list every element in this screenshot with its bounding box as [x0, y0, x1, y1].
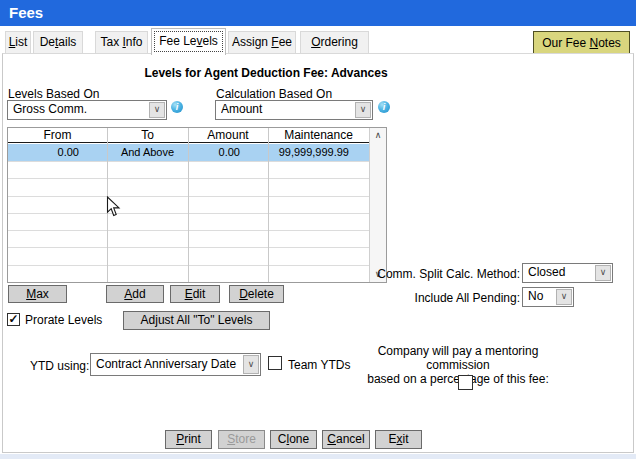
- page-title: Levels for Agent Deduction Fee: Advances: [2, 66, 530, 80]
- comm-split-method-select[interactable]: Closed ∨: [522, 263, 613, 283]
- ytd-using-select[interactable]: Contract Anniversary Date ∨: [90, 353, 261, 376]
- include-all-pending-label: Include All Pending:: [370, 291, 520, 305]
- mentoring-line1: Company will pay a mentoring commission: [350, 344, 566, 372]
- column-divider: [268, 128, 269, 282]
- ytd-using-label: YTD using:: [30, 359, 89, 373]
- chevron-down-icon[interactable]: ∨: [149, 102, 165, 118]
- comm-split-method-value: Closed: [528, 264, 593, 282]
- exit-button[interactable]: Exit: [375, 430, 422, 449]
- prorate-levels-checkbox[interactable]: ✓: [7, 313, 20, 326]
- team-ytds-checkbox[interactable]: [268, 356, 282, 370]
- levels-based-on-value: Gross Comm.: [13, 101, 147, 119]
- mouse-cursor-icon: [106, 196, 121, 218]
- clone-button[interactable]: Clone: [270, 430, 317, 449]
- chevron-down-icon[interactable]: ∨: [556, 289, 572, 305]
- add-button[interactable]: Add: [106, 285, 164, 303]
- info-icon[interactable]: i: [378, 101, 390, 113]
- column-header-to: To: [107, 128, 188, 142]
- cell-from: 0.00: [8, 144, 107, 161]
- info-icon[interactable]: i: [171, 101, 183, 113]
- chevron-down-icon[interactable]: ∨: [243, 355, 259, 374]
- team-ytds-label: Team YTDs: [288, 358, 350, 372]
- chevron-down-icon[interactable]: ∨: [355, 102, 371, 118]
- column-header-maintenance: Maintenance: [268, 128, 369, 142]
- prorate-levels-label: Prorate Levels: [25, 313, 102, 327]
- cell-to: And Above: [107, 144, 188, 161]
- mentoring-commission-checkbox[interactable]: [458, 375, 473, 390]
- chevron-down-icon[interactable]: ∨: [595, 265, 611, 281]
- fees-window: Fees List Details Tax Info Fee Levels As…: [0, 0, 636, 459]
- cell-amount: 0.00: [188, 144, 268, 161]
- tab-ordering[interactable]: Ordering: [300, 31, 369, 53]
- tab-fee-levels-label: Fee Levels: [159, 34, 218, 48]
- adjust-all-to-levels-button[interactable]: Adjust All "To" Levels: [123, 311, 270, 330]
- column-header-from: From: [8, 128, 107, 142]
- calc-based-on-select[interactable]: Amount ∨: [215, 100, 373, 120]
- tab-assign-fee[interactable]: Assign Fee: [228, 31, 296, 53]
- vertical-scrollbar[interactable]: ∧ ∨: [369, 128, 386, 282]
- fee-levels-table[interactable]: From To Amount Maintenance 0.00 And Abov…: [7, 127, 387, 283]
- comm-split-method-label: Comm. Split Calc. Method:: [370, 267, 520, 281]
- store-button[interactable]: Store: [218, 430, 265, 449]
- checkmark-icon: ✓: [8, 314, 19, 325]
- levels-based-on-select[interactable]: Gross Comm. ∨: [7, 100, 167, 120]
- window-title: Fees: [0, 0, 636, 26]
- cell-maintenance: 99,999,999.99: [268, 144, 369, 161]
- calc-based-on-value: Amount: [221, 101, 353, 119]
- include-all-pending-value: No: [528, 288, 554, 306]
- delete-button[interactable]: Delete: [229, 285, 284, 303]
- edit-button[interactable]: Edit: [170, 285, 220, 303]
- our-fee-notes-button[interactable]: Our Fee Notes: [533, 31, 630, 55]
- cancel-button[interactable]: Cancel: [322, 430, 370, 449]
- window-bottom-edge: [0, 454, 636, 459]
- scroll-up-icon[interactable]: ∧: [370, 128, 386, 143]
- tab-tax-info[interactable]: Tax Info: [95, 31, 148, 53]
- include-all-pending-select[interactable]: No ∨: [522, 287, 574, 307]
- tab-list[interactable]: List: [5, 31, 31, 53]
- tab-details[interactable]: Details: [33, 31, 83, 53]
- calc-based-on-label: Calculation Based On: [216, 87, 332, 101]
- column-divider: [188, 128, 189, 282]
- levels-based-on-label: Levels Based On: [8, 87, 99, 101]
- column-header-amount: Amount: [188, 128, 268, 142]
- ytd-using-value: Contract Anniversary Date: [96, 354, 241, 375]
- tab-fee-levels[interactable]: Fee Levels: [151, 28, 226, 55]
- max-button[interactable]: Max: [8, 285, 67, 303]
- print-button[interactable]: Print: [165, 430, 212, 449]
